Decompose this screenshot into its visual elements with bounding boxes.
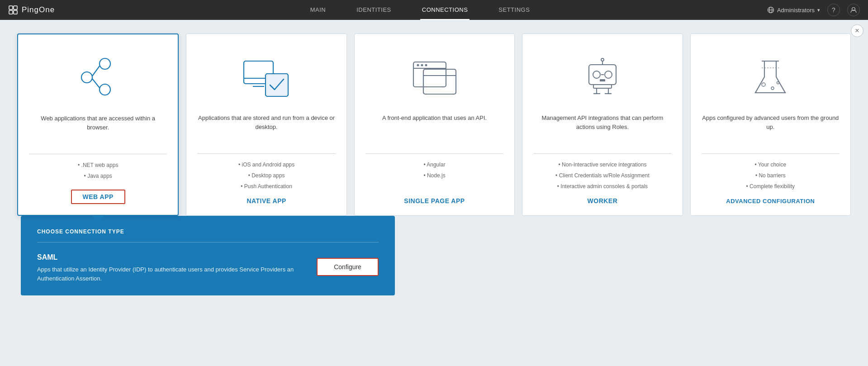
connection-row: SAML Apps that utilize an Identity Provi… — [37, 253, 379, 283]
native-app-label[interactable]: NATIVE APP — [247, 197, 286, 204]
web-app-feature-1: .NET web apps — [78, 160, 118, 171]
nav-settings[interactable]: SETTINGS — [497, 0, 531, 20]
native-app-feature-1: iOS and Android apps — [238, 159, 294, 170]
single-page-app-desc: A front-end application that uses an API… — [382, 114, 487, 141]
admin-chevron: ▾ — [817, 7, 820, 13]
native-app-icon — [239, 52, 294, 102]
web-app-icon — [73, 52, 123, 102]
worker-icon — [578, 52, 627, 102]
advanced-config-card[interactable]: Apps configured by advanced users from t… — [690, 33, 851, 216]
connection-desc: Apps that utilize an Identity Provider (… — [37, 265, 299, 283]
svg-line-12 — [92, 79, 100, 88]
native-app-divider — [197, 153, 335, 154]
advanced-config-desc: Apps configured by advanced users from t… — [702, 114, 840, 141]
logo-icon — [8, 5, 18, 15]
configure-button[interactable]: Configure — [317, 258, 379, 276]
worker-label[interactable]: WORKER — [588, 197, 618, 204]
worker-features: Non-interactive service integrations Cli… — [555, 159, 650, 192]
user-icon — [850, 6, 857, 14]
svg-rect-28 — [600, 79, 605, 81]
top-navigation: PingOne MAIN IDENTITIES CONNECTIONS SETT… — [0, 0, 868, 20]
single-page-app-icon — [410, 52, 460, 102]
single-page-app-divider — [365, 153, 503, 154]
web-app-desc: Web applications that are accessed withi… — [29, 114, 167, 141]
svg-rect-22 — [423, 69, 456, 94]
app-type-cards: Web applications that are accessed withi… — [14, 33, 854, 216]
nav-right: Administrators ▾ ? — [767, 4, 860, 16]
help-button[interactable]: ? — [827, 4, 840, 16]
svg-point-8 — [100, 58, 110, 69]
svg-point-39 — [771, 87, 774, 90]
native-app-feature-3: Push Authentication — [238, 181, 294, 192]
connection-info: SAML Apps that utilize an Identity Provi… — [37, 253, 299, 283]
single-page-app-label[interactable]: SINGLE PAGE APP — [404, 197, 465, 204]
native-app-feature-2: Desktop apps — [238, 170, 294, 181]
nav-links: MAIN IDENTITIES CONNECTIONS SETTINGS — [73, 0, 767, 20]
main-content: × Web applications that are accessed wit… — [0, 20, 868, 295]
worker-feature-1: Non-interactive service integrations — [555, 159, 650, 170]
svg-point-30 — [601, 58, 604, 61]
web-app-divider — [29, 154, 167, 154]
worker-card[interactable]: Management API integrations that can per… — [522, 33, 683, 216]
svg-rect-2 — [9, 10, 13, 14]
logo-text: PingOne — [22, 5, 55, 14]
nav-connections[interactable]: CONNECTIONS — [420, 0, 470, 20]
svg-point-40 — [777, 82, 779, 84]
svg-point-19 — [417, 64, 419, 67]
connection-panel-divider — [37, 242, 379, 242]
svg-rect-16 — [266, 74, 288, 96]
single-page-app-features: Angular Node.js — [423, 159, 445, 192]
svg-line-11 — [92, 66, 100, 76]
worker-desc: Management API integrations that can per… — [533, 114, 671, 141]
single-page-app-icon-area — [410, 48, 460, 106]
svg-rect-31 — [593, 85, 612, 88]
svg-rect-1 — [14, 6, 17, 10]
worker-divider — [533, 153, 671, 154]
flask-icon — [745, 52, 795, 102]
svg-rect-3 — [14, 10, 17, 14]
advanced-config-feature-2: No barriers — [746, 170, 795, 181]
connection-panel-title: CHOOSE CONNECTION TYPE — [37, 228, 379, 235]
svg-point-21 — [425, 64, 427, 67]
web-app-label[interactable]: WEB APP — [71, 190, 125, 204]
single-page-app-feature-1: Angular — [423, 159, 445, 170]
advanced-config-label[interactable]: ADVANCED CONFIGURATION — [726, 198, 815, 204]
svg-point-25 — [593, 71, 600, 78]
connection-panel: CHOOSE CONNECTION TYPE SAML Apps that ut… — [21, 216, 395, 295]
web-app-feature-2: Java apps — [78, 171, 118, 181]
svg-point-38 — [762, 83, 765, 86]
svg-point-26 — [605, 71, 612, 78]
user-button[interactable] — [847, 4, 860, 16]
advanced-config-features: Your choice No barriers Complete flexibi… — [746, 159, 795, 192]
single-page-app-card[interactable]: A front-end application that uses an API… — [354, 33, 515, 216]
worker-feature-2: Client Credentials w/Role Assignment — [555, 170, 650, 181]
worker-feature-3: Interactive admin consoles & portals — [555, 181, 650, 192]
web-app-icon-area — [73, 48, 123, 107]
connection-name: SAML — [37, 253, 299, 261]
admin-menu[interactable]: Administrators ▾ — [767, 6, 820, 14]
advanced-config-divider — [702, 153, 840, 154]
native-app-card[interactable]: Applications that are stored and run fro… — [186, 33, 346, 216]
close-button[interactable]: × — [851, 24, 863, 37]
svg-point-20 — [421, 64, 423, 67]
admin-label: Administrators — [777, 7, 815, 14]
svg-point-9 — [81, 72, 92, 83]
svg-point-10 — [100, 84, 110, 95]
web-app-card[interactable]: Web applications that are accessed withi… — [17, 33, 179, 216]
native-app-desc: Applications that are stored and run fro… — [197, 114, 335, 141]
web-app-features: .NET web apps Java apps — [78, 160, 118, 184]
nav-main[interactable]: MAIN — [308, 0, 328, 20]
worker-icon-area — [578, 48, 627, 106]
svg-rect-0 — [9, 6, 13, 10]
advanced-config-feature-1: Your choice — [746, 159, 795, 170]
advanced-config-feature-3: Complete flexibility — [746, 181, 795, 192]
logo[interactable]: PingOne — [8, 5, 55, 15]
native-app-icon-area — [239, 48, 294, 106]
single-page-app-feature-2: Node.js — [423, 170, 445, 181]
native-app-features: iOS and Android apps Desktop apps Push A… — [238, 159, 294, 192]
globe-icon — [767, 6, 774, 14]
nav-identities[interactable]: IDENTITIES — [355, 0, 393, 20]
advanced-config-icon-area — [745, 48, 795, 106]
